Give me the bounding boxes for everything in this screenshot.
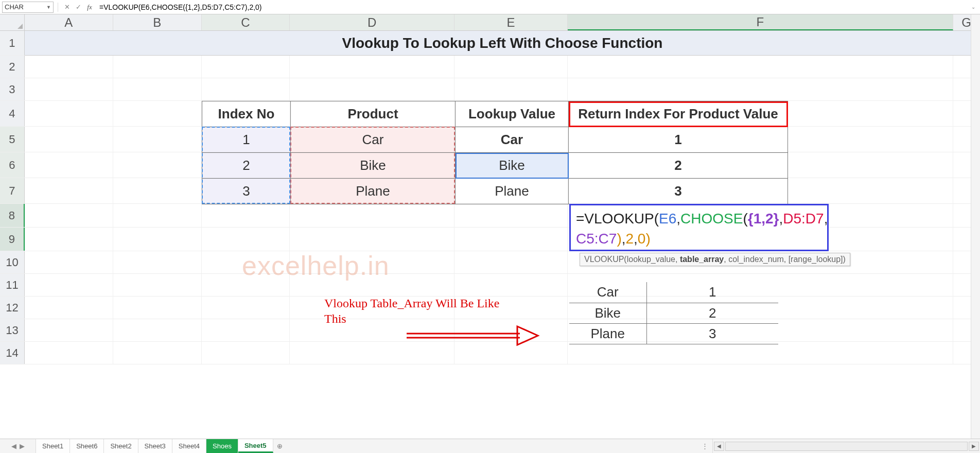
- cell-B6[interactable]: [113, 152, 202, 178]
- header-lookup-value[interactable]: Lookup Value: [456, 101, 569, 127]
- cell-F14[interactable]: [568, 342, 953, 364]
- formula-edit-box[interactable]: =VLOOKUP(E6,CHOOSE({1,2},D5:D7,C5:C7),2,…: [569, 204, 829, 251]
- tab-shoes[interactable]: Shoes: [206, 439, 238, 453]
- cell-E11[interactable]: [454, 274, 568, 296]
- cell-A5[interactable]: [25, 127, 113, 152]
- tab-sheet2[interactable]: Sheet2: [104, 439, 138, 453]
- cell-lookup-2[interactable]: Bike: [456, 153, 569, 179]
- cell-D2[interactable]: [290, 56, 454, 78]
- row-header-14[interactable]: 14: [0, 342, 25, 364]
- cell-lookup-3[interactable]: Plane: [456, 179, 569, 204]
- cell-B3[interactable]: [113, 78, 202, 100]
- cell-B12[interactable]: [113, 297, 202, 319]
- vt-product-2[interactable]: Bike: [569, 303, 646, 323]
- vt-product-1[interactable]: Car: [569, 282, 646, 303]
- header-return-index[interactable]: Return Index For Product Value: [569, 101, 788, 127]
- row-header-2[interactable]: 2: [0, 56, 25, 78]
- cell-return-2[interactable]: 2: [569, 153, 788, 179]
- cell-B9[interactable]: [113, 228, 202, 251]
- cell-F2[interactable]: [568, 56, 953, 78]
- formula-input[interactable]: [96, 2, 967, 13]
- select-all-corner[interactable]: [0, 14, 25, 30]
- horizontal-scrollbar[interactable]: ◀ ▶: [712, 439, 980, 453]
- cell-E8[interactable]: [454, 204, 568, 227]
- cell-A8[interactable]: [25, 204, 113, 227]
- column-header-E[interactable]: E: [454, 14, 568, 30]
- tab-nav-buttons[interactable]: ◀ ▶: [0, 439, 36, 453]
- cell-C13[interactable]: [202, 319, 290, 341]
- row-header-10[interactable]: 10: [0, 251, 25, 273]
- header-index-no[interactable]: Index No: [202, 101, 291, 127]
- fx-icon[interactable]: fx: [85, 3, 94, 12]
- cell-D8[interactable]: [290, 204, 454, 227]
- cell-D9[interactable]: [290, 228, 454, 251]
- vt-index-1[interactable]: 1: [646, 282, 778, 303]
- cell-C9[interactable]: [202, 228, 290, 251]
- cell-return-3[interactable]: 3: [569, 179, 788, 204]
- cancel-formula-icon[interactable]: ✕: [62, 3, 72, 12]
- row-header-1[interactable]: 1: [0, 31, 25, 55]
- cell-E10[interactable]: [454, 251, 568, 273]
- name-box[interactable]: CHAR ▼: [2, 2, 54, 13]
- tab-sheet1[interactable]: Sheet1: [36, 439, 70, 453]
- cell-B8[interactable]: [113, 204, 202, 227]
- cell-B2[interactable]: [113, 56, 202, 78]
- row-header-11[interactable]: 11: [0, 274, 25, 296]
- column-header-C[interactable]: C: [202, 14, 290, 30]
- cell-D3[interactable]: [290, 78, 454, 100]
- tab-sheet5[interactable]: Sheet5: [238, 439, 273, 453]
- cell-A13[interactable]: [25, 319, 113, 341]
- tab-sheet3[interactable]: Sheet3: [138, 439, 172, 453]
- cell-A14[interactable]: [25, 342, 113, 364]
- vt-index-2[interactable]: 2: [646, 303, 778, 323]
- cell-B11[interactable]: [113, 274, 202, 296]
- cell-C8[interactable]: [202, 204, 290, 227]
- cell-E3[interactable]: [454, 78, 568, 100]
- cell-E9[interactable]: [454, 228, 568, 251]
- cell-C12[interactable]: [202, 297, 290, 319]
- cell-E2[interactable]: [454, 56, 568, 78]
- cell-A3[interactable]: [25, 78, 113, 100]
- row-header-5[interactable]: 5: [0, 127, 25, 152]
- cell-A6[interactable]: [25, 152, 113, 178]
- cell-C3[interactable]: [202, 78, 290, 100]
- cell-C14[interactable]: [202, 342, 290, 364]
- cell-B14[interactable]: [113, 342, 202, 364]
- cell-A7[interactable]: [25, 178, 113, 203]
- cell-A4[interactable]: [25, 101, 113, 126]
- column-header-A[interactable]: A: [25, 14, 113, 30]
- row-header-9[interactable]: 9: [0, 228, 25, 251]
- cell-A2[interactable]: [25, 56, 113, 78]
- scroll-right-button[interactable]: ▶: [969, 442, 979, 451]
- cell-lookup-1[interactable]: Car: [456, 127, 569, 153]
- scroll-track[interactable]: [725, 442, 968, 451]
- cell-B13[interactable]: [113, 319, 202, 341]
- cell-return-1[interactable]: 1: [569, 127, 788, 153]
- row-header-6[interactable]: 6: [0, 152, 25, 178]
- cell-B10[interactable]: [113, 251, 202, 273]
- vertical-scrollbar[interactable]: [971, 14, 980, 439]
- cell-B5[interactable]: [113, 127, 202, 152]
- header-product[interactable]: Product: [291, 101, 456, 127]
- formula-syntax-tooltip[interactable]: VLOOKUP(lookup_value, table_array, col_i…: [580, 253, 850, 266]
- cell-A11[interactable]: [25, 274, 113, 296]
- accept-formula-icon[interactable]: ✓: [74, 3, 83, 12]
- row-header-3[interactable]: 3: [0, 78, 25, 100]
- tab-split-handle[interactable]: ⋮: [697, 439, 712, 453]
- vt-product-3[interactable]: Plane: [569, 323, 646, 344]
- vt-index-3[interactable]: 3: [646, 323, 778, 344]
- scroll-left-button[interactable]: ◀: [714, 442, 724, 451]
- column-header-F[interactable]: F: [568, 14, 953, 30]
- cell-F3[interactable]: [568, 78, 953, 100]
- add-sheet-button[interactable]: ⊕: [273, 439, 287, 453]
- cell-C2[interactable]: [202, 56, 290, 78]
- cell-A9[interactable]: [25, 228, 113, 251]
- tab-sheet6[interactable]: Sheet6: [70, 439, 104, 453]
- row-header-12[interactable]: 12: [0, 297, 25, 319]
- column-header-D[interactable]: D: [290, 14, 454, 30]
- column-header-B[interactable]: B: [113, 14, 202, 30]
- cell-A12[interactable]: [25, 297, 113, 319]
- tab-sheet4[interactable]: Sheet4: [172, 439, 206, 453]
- cell-A10[interactable]: [25, 251, 113, 273]
- row-header-7[interactable]: 7: [0, 178, 25, 203]
